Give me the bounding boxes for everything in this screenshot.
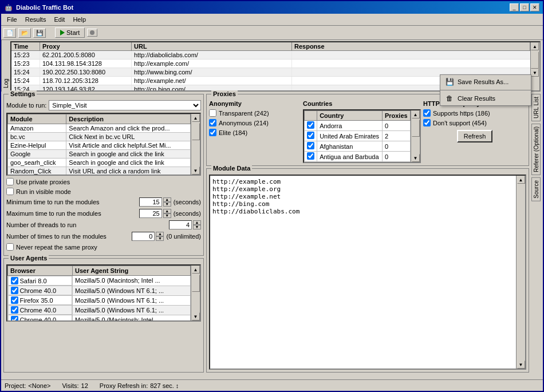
module-select[interactable]: Simple_Visit — [49, 100, 201, 110]
spinner-input[interactable] — [132, 232, 155, 241]
table-row: Andorra0 — [305, 121, 411, 131]
clear-results-menu-item[interactable]: 🗑 Clear Results — [440, 92, 531, 105]
spinner-up[interactable]: ▲ — [193, 220, 201, 225]
module-cell: Google — [8, 150, 66, 159]
scroll-down-arrow[interactable]: ▼ — [192, 312, 200, 320]
countries-scrollbar[interactable]: ▲ ▼ — [411, 110, 420, 162]
open-button[interactable]: 📂 — [18, 28, 31, 38]
spinner-down[interactable]: ▼ — [163, 202, 171, 207]
log-cell-url: http://example.net/ — [132, 77, 292, 85]
field-suffix: (seconds) — [174, 199, 201, 205]
save-button[interactable]: 💾 — [33, 28, 46, 38]
run-visible-mode-label: Run in visible mode — [16, 188, 71, 195]
ua-checkbox[interactable] — [11, 277, 18, 284]
menu-results[interactable]: Results — [22, 15, 50, 24]
minimize-button[interactable]: _ — [510, 3, 519, 11]
transparent-checkbox[interactable] — [209, 109, 216, 117]
scroll-down-arrow[interactable]: ▼ — [531, 69, 539, 77]
scroll-thumb[interactable] — [531, 52, 539, 69]
country-checkbox[interactable] — [307, 121, 314, 129]
ua-checkbox[interactable] — [11, 287, 18, 294]
ua-checkbox[interactable] — [11, 306, 18, 314]
start-button[interactable]: Start — [55, 27, 85, 38]
scroll-up-arrow[interactable]: ▲ — [531, 42, 539, 50]
scroll-down-arrow[interactable]: ▼ — [412, 154, 420, 162]
spinner-group: ▲ ▼ — [169, 220, 201, 229]
play-icon — [60, 30, 65, 35]
scroll-down-arrow[interactable]: ▼ — [517, 361, 525, 369]
save-results-menu-item[interactable]: 💾 Save Results As... — [440, 75, 531, 89]
user-agents-scroll[interactable]: Browser User Agent String Safari 8.0Mozi… — [7, 266, 191, 320]
never-repeat-checkbox[interactable] — [6, 243, 14, 251]
table-row: Afghanistan0 — [305, 141, 411, 152]
spinner-up[interactable]: ▲ — [156, 232, 164, 236]
scroll-up-arrow[interactable]: ▲ — [192, 114, 200, 122]
stop-button[interactable] — [87, 29, 97, 37]
user-agents-panel: User Agents Browser User Agent String Sa… — [3, 258, 204, 373]
country-checkbox[interactable] — [307, 132, 314, 139]
desc-cell: Visit URL and click a random link — [66, 167, 191, 175]
country-checkbox[interactable] — [307, 142, 314, 149]
anonymity-title: Anonymity — [209, 100, 301, 107]
scroll-up-arrow[interactable]: ▲ — [517, 176, 525, 184]
menu-help[interactable]: Help — [69, 15, 89, 24]
spinner-up[interactable]: ▲ — [163, 209, 171, 213]
scroll-up-arrow[interactable]: ▲ — [192, 266, 200, 274]
menu-divider — [440, 90, 531, 90]
url-list-tab[interactable]: URL List — [531, 94, 541, 121]
use-private-proxies-checkbox[interactable] — [6, 178, 14, 185]
ua-cell: Mozilla/5.0 (Windows NT 6.1; ... — [73, 286, 191, 295]
spinner-input[interactable] — [169, 220, 192, 229]
field-label: Minimum time to run the modules — [6, 199, 137, 205]
no-support-checkbox[interactable] — [423, 119, 431, 126]
module-data-textarea[interactable] — [210, 176, 516, 369]
countries-table-container: Country Proxies Andorra0United Arab Emir… — [303, 109, 421, 163]
spinner-up[interactable]: ▲ — [163, 197, 171, 202]
supports-https-checkbox[interactable] — [423, 109, 431, 117]
ua-scrollbar[interactable]: ▲ ▼ — [191, 266, 200, 320]
ua-checkbox[interactable] — [11, 296, 18, 304]
refresh-button[interactable]: Refresh — [457, 130, 493, 142]
log-cell-url: http://diaboliclabs.com/ — [132, 51, 292, 59]
log-col-time: Time — [11, 42, 40, 50]
spinner-down[interactable]: ▼ — [193, 225, 201, 229]
scroll-thumb[interactable] — [192, 275, 200, 292]
scroll-up-arrow[interactable]: ▲ — [412, 110, 420, 118]
proxies-cell: 0 — [382, 152, 410, 162]
country-checkbox[interactable] — [307, 152, 314, 160]
anonymous-checkbox[interactable] — [209, 119, 216, 126]
user-agents-title: User Agents — [9, 255, 49, 262]
elite-checkbox[interactable] — [209, 129, 216, 136]
new-button[interactable]: 📄 — [3, 28, 16, 38]
scroll-down-arrow[interactable]: ▼ — [192, 167, 200, 175]
module-data-scrollbar[interactable]: ▲ ▼ — [516, 176, 525, 369]
menu-file[interactable]: File — [3, 15, 21, 24]
settings-panel: Settings Module to run: Simple_Visit Mod… — [3, 94, 204, 256]
log-cell-time: 15:23 — [11, 60, 40, 68]
maximize-button[interactable]: □ — [520, 3, 529, 11]
table-row: 15:23 104.131.98.154:3128 http://example… — [11, 60, 539, 68]
log-scrollbar[interactable]: ▲ ▼ — [530, 42, 539, 90]
referer-tab[interactable]: Referer (Optional) — [531, 124, 541, 175]
scroll-thumb[interactable] — [412, 120, 420, 137]
countries-scroll[interactable]: Country Proxies Andorra0United Arab Emir… — [304, 110, 411, 162]
spinner-input[interactable] — [139, 209, 162, 218]
toolbar: 📄 📂 💾 Start — [1, 26, 543, 40]
close-button[interactable]: ✕ — [530, 3, 539, 11]
log-cell-time: 15:24 — [11, 68, 40, 76]
field-label: Number of threads to run — [6, 221, 167, 228]
scroll-thumb[interactable] — [192, 123, 200, 140]
module-table-scrollbar[interactable]: ▲ ▼ — [191, 114, 200, 175]
spinner-input[interactable] — [139, 197, 162, 207]
log-cell-time: 15:24 — [11, 77, 40, 85]
title-bar: 🤖 Diabolic Traffic Bot _ □ ✕ — [1, 1, 543, 14]
user-agents-table: Browser User Agent String Safari 8.0Mozi… — [7, 266, 191, 320]
spinner-down[interactable]: ▼ — [163, 213, 171, 218]
spinner-down[interactable]: ▼ — [156, 236, 164, 241]
source-tab[interactable]: Source — [531, 177, 541, 201]
proxies-cell: 2 — [382, 131, 410, 141]
module-table-scroll[interactable]: Module Description AmazonSearch Amazon a… — [7, 114, 191, 175]
run-visible-mode-checkbox[interactable] — [6, 188, 14, 195]
ua-checkbox[interactable] — [11, 316, 18, 320]
menu-edit[interactable]: Edit — [50, 15, 68, 24]
